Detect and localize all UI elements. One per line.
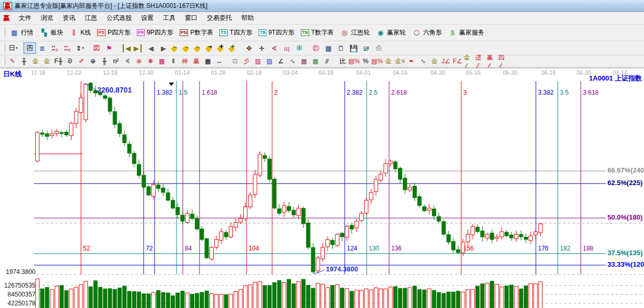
- chart-area[interactable]: 日K线 1A0001 上证指数 11-1812-0212-1612-3001-1…: [0, 67, 644, 308]
- period-day-icon[interactable]: 日▾: [7, 42, 19, 54]
- calculator-icon[interactable]: ▦: [322, 42, 335, 54]
- magic-grid-icon[interactable]: щ: [280, 42, 293, 54]
- dia-end-icon[interactable]: ◆⇥: [204, 43, 216, 53]
- menu-item-交易委托[interactable]: 交易委托: [202, 13, 237, 22]
- gold-grid-1-icon[interactable]: 金: [30, 56, 41, 66]
- pencil-icon[interactable]: ✎: [7, 56, 18, 66]
- chart-9-icon[interactable]: ʭ₉: [61, 42, 74, 54]
- network-icon[interactable]: 🖳: [360, 42, 372, 54]
- width-arrows-icon[interactable]: ↔: [214, 56, 225, 66]
- volume-bar: [341, 288, 344, 308]
- dia-left-icon[interactable]: ◆←: [170, 43, 181, 53]
- dia-both-icon[interactable]: ◆↔: [193, 43, 204, 53]
- grid-2-icon[interactable]: ╫: [99, 56, 110, 66]
- dia-right-icon[interactable]: ◆→: [181, 43, 193, 53]
- angle-2-icon[interactable]: ∠: [275, 56, 287, 66]
- wave-box-icon[interactable]: ∿: [417, 56, 429, 66]
- gold-lines-3-icon[interactable]: 金: [429, 56, 440, 66]
- gold-lines-2-icon[interactable]: 金≡: [394, 56, 406, 66]
- t-number-table-button[interactable]: TNT数字表: [298, 27, 337, 39]
- winner-wheel-button[interactable]: ◉赢家轮: [373, 27, 409, 39]
- wave-2-icon[interactable]: ∿: [287, 56, 298, 66]
- grid-3-icon[interactable]: ▦: [298, 56, 310, 66]
- brain-icon[interactable]: ꕥ: [293, 42, 306, 54]
- toolbar-grip[interactable]: [3, 57, 5, 65]
- winner-service-button[interactable]: $赢家服务: [445, 27, 487, 39]
- kline-button[interactable]: ⫼K线: [66, 27, 94, 39]
- menu-item-工具[interactable]: 工具: [158, 13, 180, 22]
- dia-target-icon[interactable]: ◆✛: [227, 43, 239, 53]
- gold-angle-icon[interactable]: 金∠: [463, 56, 475, 66]
- j-angle-icon[interactable]: J∠: [440, 56, 452, 66]
- dia-plus-icon[interactable]: ◆✚: [216, 43, 227, 53]
- menu-item-江恩[interactable]: 江恩: [80, 13, 102, 22]
- quotes-button[interactable]: ▦行情: [7, 27, 37, 39]
- box-red-icon[interactable]: ▨: [252, 56, 264, 66]
- compass-icon[interactable]: ⊕: [87, 56, 99, 66]
- crosshair-icon[interactable]: ✛: [255, 42, 268, 54]
- pattern-red-icon[interactable]: 図: [90, 42, 103, 54]
- hand-tool-icon[interactable]: ✥: [243, 42, 255, 54]
- printer-icon[interactable]: ⎙: [372, 42, 385, 54]
- ying-angle-icon[interactable]: 赢∠: [486, 56, 498, 66]
- frame-box-icon[interactable]: ⊡: [229, 56, 241, 66]
- pencil-2-icon[interactable]: ✐: [76, 56, 87, 66]
- si-angle-icon[interactable]: 四∠: [498, 56, 509, 66]
- candle-style-icon[interactable]: ⇕▾: [74, 42, 86, 54]
- angle-tool-icon[interactable]: ∢: [268, 42, 280, 54]
- pct-lines-icon[interactable]: ▤%: [348, 56, 360, 66]
- menu-item-文件[interactable]: 文件: [14, 13, 36, 22]
- spiral-icon[interactable]: ᘐ: [64, 56, 76, 66]
- ratio-bars-icon[interactable]: 比: [337, 56, 348, 66]
- notepad-icon[interactable]: 🗒: [335, 42, 347, 54]
- grid-redblue-icon[interactable]: ▩: [156, 56, 168, 66]
- prev-bar-icon[interactable]: ◀: [145, 42, 157, 54]
- target-red-icon[interactable]: ⊕: [133, 56, 145, 66]
- last-bar-icon[interactable]: ▶┃: [132, 42, 145, 54]
- f-angle-icon[interactable]: F∠: [452, 56, 463, 66]
- menu-item-资讯[interactable]: 资讯: [58, 13, 80, 22]
- menu-item-窗口[interactable]: 窗口: [180, 13, 202, 22]
- gold-grid-2-icon[interactable]: 金: [41, 56, 53, 66]
- gold-lines-1-icon[interactable]: 金: [383, 56, 394, 66]
- calendar-21-icon[interactable]: ㉑: [310, 42, 322, 54]
- f-grid-icon[interactable]: F╫: [53, 56, 64, 66]
- chart-3-icon[interactable]: ʭ₃: [49, 42, 61, 54]
- menu-item-公式选股[interactable]: 公式选股: [102, 13, 136, 22]
- n-square-icon[interactable]: n²: [110, 56, 122, 66]
- sectors-button[interactable]: ▚板块: [37, 27, 66, 39]
- color-flag-icon[interactable]: ⚑: [103, 42, 115, 54]
- next-bar-icon[interactable]: ▶: [157, 42, 170, 54]
- menu-item-设置[interactable]: 设置: [136, 13, 158, 22]
- clipboard-icon[interactable]: ≣: [36, 42, 49, 54]
- 9p-square-button[interactable]: P99P四方形: [134, 27, 177, 39]
- bars-sm-icon[interactable]: ‖: [168, 56, 179, 66]
- angle-a-icon[interactable]: ∢: [122, 56, 133, 66]
- gann-grid-icon[interactable]: ╫: [18, 56, 30, 66]
- save-icon[interactable]: 💾: [347, 42, 360, 54]
- pen-red-icon[interactable]: ✒: [406, 56, 417, 66]
- first-bar-icon[interactable]: ┃◀: [120, 42, 132, 54]
- slashes-icon[interactable]: ⫻: [321, 56, 333, 66]
- grid-4-icon[interactable]: ▦: [310, 56, 321, 66]
- 9t-square-button[interactable]: T99T四方形: [255, 27, 298, 39]
- p-square-button[interactable]: PSP四方形: [94, 27, 134, 39]
- star-red-icon[interactable]: ❋: [145, 56, 156, 66]
- menu-item-帮助[interactable]: 帮助: [237, 13, 259, 22]
- pct-lines-2-icon[interactable]: ▤%: [371, 56, 383, 66]
- t-square-button[interactable]: TST四方形: [216, 27, 255, 39]
- toolbar-grip[interactable]: [3, 27, 5, 39]
- gann-wheel-button[interactable]: ◎江恩轮: [337, 27, 373, 39]
- fan-red-icon[interactable]: 彡: [241, 56, 252, 66]
- hexagon-button[interactable]: ⬡六角形: [409, 27, 445, 39]
- shen-icon[interactable]: 神: [179, 56, 191, 66]
- box-blue-icon[interactable]: ▨: [264, 56, 275, 66]
- menu-item-浏览[interactable]: 浏览: [36, 13, 58, 22]
- toolbar-grip[interactable]: [3, 43, 5, 53]
- wave-pattern-icon[interactable]: 囨: [24, 42, 36, 54]
- p-number-table-button[interactable]: PNP数字表: [177, 27, 217, 39]
- percent-icon[interactable]: %: [360, 56, 371, 66]
- jin-angle-icon[interactable]: 进∠: [475, 56, 486, 66]
- ying-icon[interactable]: 赢: [191, 56, 202, 66]
- grid-123-icon[interactable]: ▦: [202, 56, 214, 66]
